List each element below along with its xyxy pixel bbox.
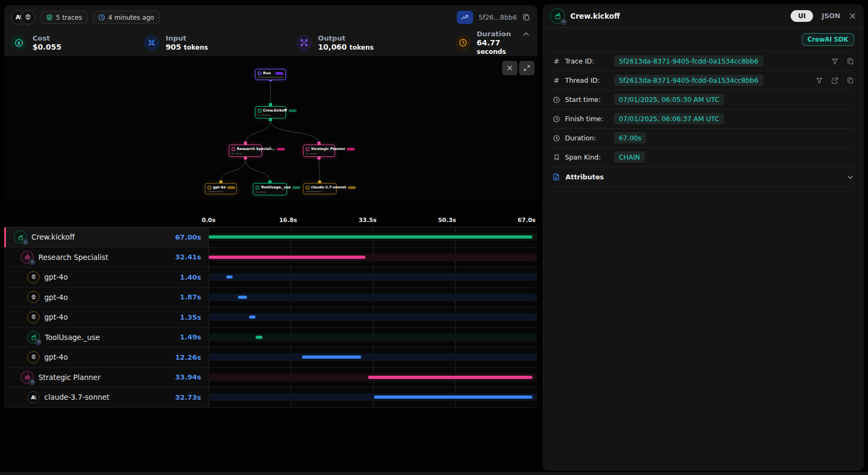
provider-avatars: A\ [11, 10, 35, 25]
waterfall-row-gpt4o-3[interactable]: gpt-4o 1.35s [4, 307, 537, 328]
cost-icon: $ [11, 35, 27, 51]
metric-unit: tokens [184, 44, 208, 51]
attributes-section-header[interactable]: Attributes [552, 167, 854, 187]
graph-node-run[interactable]: Run [255, 69, 286, 80]
waterfall-row-crew-kickoff[interactable]: Crew.kickoff 67.00s [4, 227, 537, 248]
axis-tick: 16.8s [279, 217, 297, 224]
copy-icon[interactable] [847, 77, 854, 84]
close-panel-icon[interactable] [849, 12, 856, 20]
metric-label: Cost [33, 34, 61, 43]
tab-ui[interactable]: UI [791, 10, 813, 22]
node-icon [232, 147, 235, 151]
waterfall-row-gpt4o-4[interactable]: gpt-4o 12.26s [4, 347, 537, 368]
span-details-panel: Crew.kickoff UI JSON CrewAI SDK # Trace … [543, 4, 864, 471]
copy-icon[interactable] [847, 58, 854, 65]
axis-tick: 0.0s [202, 217, 216, 224]
svg-text:$: $ [17, 40, 20, 45]
field-duration: Duration: 67.00s [552, 128, 854, 147]
layers-icon [46, 14, 53, 21]
graph-node-toolusage[interactable]: ToolUsage._use [253, 183, 287, 195]
node-badge [227, 186, 235, 189]
tab-json[interactable]: JSON [822, 12, 840, 20]
node-badge [277, 148, 285, 151]
metric-label: Input [165, 34, 208, 43]
graph-node-research-specialist[interactable]: Research Speciali... [229, 145, 262, 157]
collapse-metrics-chevron[interactable] [522, 30, 530, 38]
waterfall-table: Crew.kickoff 67.00s Research Specialist … [4, 227, 537, 408]
openai-icon [27, 311, 39, 323]
bookmark-icon [552, 154, 561, 161]
node-icon [306, 186, 309, 189]
openai-icon [27, 291, 39, 303]
trace-id-value[interactable]: 5f2613da-8371-9405-fcdd-0a1534cc8bb6 [614, 56, 763, 67]
trend-button[interactable] [457, 11, 473, 24]
waterfall-row-strategic-planner[interactable]: Strategic Planner 33.94s [4, 368, 537, 388]
field-start-time: Start time: 07/01/2025, 06:05:30 AM UTC [552, 90, 854, 109]
file-icon [552, 173, 560, 181]
graph-node-strategic-planner[interactable]: Strategic Planner [303, 145, 335, 157]
openai-icon [27, 271, 39, 283]
clock-icon [552, 115, 561, 123]
waterfall-row-gpt4o-2[interactable]: gpt-4o 1.87s [4, 288, 537, 308]
chevron-down-icon[interactable] [847, 173, 854, 181]
graph-expand-button[interactable] [519, 61, 535, 75]
trace-flow-graph[interactable]: Run Crew.kickoff Research Speciali... St… [4, 56, 537, 205]
crewai-sdk-badge: CrewAI SDK [802, 33, 854, 46]
panel-title: Crew.kickoff [570, 12, 620, 20]
node-icon [256, 186, 259, 189]
span-kind-value: CHAIN [614, 152, 645, 163]
thread-id-value[interactable]: 5f2613da-8371-9405-fcdd-0a1534cc8bb6 [614, 75, 763, 86]
metric-value: 64.77 [477, 38, 500, 47]
crewai-icon [14, 231, 27, 243]
clock-icon [552, 134, 561, 142]
field-trace-id: # Trace ID: 5f2613da-8371-9405-fcdd-0a15… [552, 51, 854, 70]
metric-input: Input 905 tokens [144, 34, 296, 51]
waterfall-row-gpt4o-1[interactable]: gpt-4o 1.40s [4, 267, 537, 288]
node-badge [289, 109, 297, 112]
duration-value: 67.00s [614, 132, 646, 144]
filter-icon[interactable] [831, 58, 839, 65]
graph-node-claude-sonnet[interactable]: claude-3.7-sonnet [303, 183, 337, 194]
input-tokens-icon [144, 35, 160, 51]
trace-header-bar: A\ 5 traces 4 minutes ago [4, 5, 537, 29]
hash-icon: # [552, 76, 561, 84]
waterfall-row-toolusage[interactable]: ToolUsage._use 1.49s [4, 328, 537, 348]
external-link-icon[interactable] [831, 77, 839, 84]
metric-unit: tokens [349, 44, 373, 51]
crewai-icon [27, 331, 40, 344]
metric-value: 10,060 [318, 43, 347, 51]
axis-tick: 33.5s [359, 217, 377, 224]
waterfall-row-claude-sonnet[interactable]: A\ claude-3.7-sonnet 32.73s [4, 387, 537, 408]
traces-count-badge[interactable]: 5 traces [41, 11, 87, 24]
node-badge [347, 148, 355, 151]
node-badge [348, 186, 356, 189]
metric-output: Output 10,060 tokens [296, 34, 455, 51]
node-icon [208, 186, 211, 189]
filter-icon[interactable] [816, 77, 823, 84]
node-badge [275, 72, 283, 75]
trace-id-short: 5f26...8bb6 [479, 13, 517, 21]
app-root: A\ 5 traces 4 minutes ago [0, 0, 868, 475]
graph-close-button[interactable] [502, 61, 517, 75]
sdk-badge-row: CrewAI SDK [552, 28, 854, 51]
start-time-value: 07/01/2025, 06:05:30 AM UTC [614, 94, 724, 105]
field-finish-time: Finish time: 07/01/2025, 06:06:37 AM UTC [552, 109, 854, 128]
metric-cost: $ Cost $0.055 [11, 34, 144, 51]
openai-logo-icon [21, 10, 35, 25]
clock-subbadge-icon [29, 379, 35, 385]
metric-unit: seconds [477, 48, 506, 56]
clock-subbadge-icon [560, 19, 567, 25]
finish-time-value: 07/01/2025, 06:06:37 AM UTC [614, 113, 724, 124]
field-span-kind: Span Kind: CHAIN [552, 147, 854, 167]
clock-icon [98, 14, 105, 21]
clock-subbadge-icon [22, 239, 28, 245]
metrics-row: $ Cost $0.055 Input 905 tokens [4, 29, 537, 56]
hash-icon: # [552, 57, 561, 65]
waterfall-row-research-specialist[interactable]: Research Specialist 32.41s [4, 248, 537, 268]
graph-node-gpt-4o[interactable]: gpt-4o [205, 183, 237, 194]
metric-label: Output [318, 34, 373, 43]
copy-trace-id-icon[interactable] [522, 13, 530, 21]
node-icon [258, 109, 261, 113]
graph-node-crew-kickoff[interactable]: Crew.kickoff [255, 106, 286, 118]
agent-robot-icon [21, 251, 34, 264]
